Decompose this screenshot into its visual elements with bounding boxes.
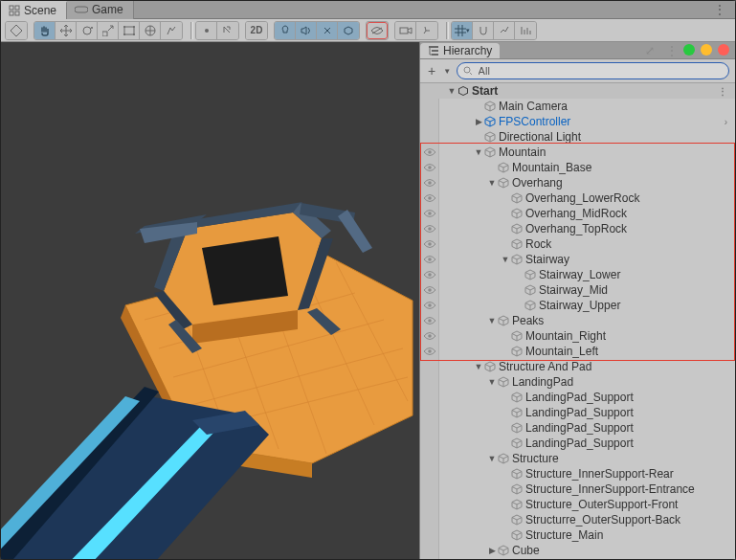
foldout-icon[interactable] [501,390,510,405]
tree-row[interactable]: ▼Peaks [420,313,735,328]
tree-row[interactable]: ▼Structure And Pad [420,359,735,374]
visibility-icon[interactable] [420,512,439,527]
tree-row[interactable]: ▼Overhang [420,175,735,190]
visibility-icon[interactable] [420,190,439,206]
visibility-icon[interactable] [420,527,439,543]
visibility-icon[interactable] [420,374,439,390]
visibility-icon[interactable] [420,145,439,160]
tool-transform[interactable] [140,22,161,39]
foldout-icon[interactable] [501,190,510,206]
foldout-icon[interactable] [501,420,510,436]
foldout-icon[interactable] [514,298,524,313]
tree-row[interactable]: Main Camera [420,99,735,114]
visibility-icon[interactable] [420,466,439,482]
visibility-icon[interactable] [420,313,439,328]
tree-row[interactable]: LandingPad_Support [420,436,735,451]
foldout-icon[interactable] [501,328,510,344]
snap-increment[interactable] [494,22,515,39]
tree-row[interactable]: Overhang_LowerRock [420,190,735,206]
tree-row[interactable]: Stairway_Upper [420,298,735,313]
tree-row[interactable]: Rock [420,236,735,252]
foldout-icon[interactable]: ▼ [487,175,497,190]
foldout-icon[interactable] [501,405,510,420]
visibility-icon[interactable] [420,236,439,252]
tool-rect[interactable] [119,22,140,39]
tab-menu-button[interactable]: ⋮ [704,3,735,16]
tree-row[interactable]: LandingPad_Support [420,420,735,436]
foldout-icon[interactable] [501,527,510,543]
foldout-icon[interactable]: ▼ [487,451,497,466]
foldout-icon[interactable]: ▶ [487,543,497,558]
search-input-wrap[interactable] [457,62,729,79]
window-close-icon[interactable] [718,44,729,56]
tool-hand[interactable] [34,22,56,39]
foldout-icon[interactable] [501,436,510,451]
foldout-icon[interactable] [501,482,510,497]
visibility-icon[interactable] [420,482,439,497]
visibility-icon[interactable] [420,282,439,298]
visibility-icon[interactable] [420,420,439,436]
foldout-icon[interactable]: ▼ [447,83,457,99]
foldout-icon[interactable]: ▼ [487,313,497,328]
tree-row[interactable]: Stairway_Mid [420,282,735,298]
foldout-icon[interactable] [501,466,510,482]
visibility-icon[interactable] [420,344,439,359]
window-max-icon[interactable] [701,44,712,56]
tree-row[interactable]: LandingPad_Support [420,405,735,420]
window-min-icon[interactable] [683,44,695,56]
foldout-icon[interactable] [514,282,524,298]
visibility-icon[interactable] [420,405,439,420]
tab-game[interactable]: Game [67,1,134,19]
visibility-icon[interactable] [420,160,439,175]
tree-row[interactable]: ▼Mountain [420,145,735,160]
tool-custom[interactable] [161,22,182,39]
grid-toggle[interactable]: ▾ [452,22,473,39]
fx-toggle[interactable] [317,22,338,39]
snap-vertex[interactable] [515,22,536,39]
foldout-icon[interactable] [501,236,510,252]
visibility-icon[interactable] [420,436,439,451]
tree-row[interactable]: Overhang_MidRock [420,206,735,221]
visibility-icon[interactable] [420,175,439,190]
foldout-icon[interactable] [487,160,497,175]
snap-toggle[interactable] [473,22,494,39]
foldout-icon[interactable] [474,99,483,114]
create-button[interactable]: + [426,63,437,78]
visibility-icon[interactable] [420,328,439,344]
tree-row[interactable]: Directional Light [420,129,735,145]
skybox-toggle[interactable] [338,22,359,39]
visibility-icon[interactable] [420,114,439,129]
foldout-icon[interactable] [501,497,510,512]
visibility-icon[interactable] [420,390,439,405]
foldout-icon[interactable]: ▼ [474,359,483,374]
tree-row[interactable]: Overhang_TopRock [420,221,735,236]
tree-row[interactable]: Structure_InnerSupport-Rear [420,466,735,482]
local-toggle[interactable] [217,22,238,39]
tool-scale[interactable] [98,22,119,39]
prefab-arrow-icon[interactable]: › [725,117,735,127]
audio-toggle[interactable] [296,22,317,39]
tree-row[interactable]: ▼Structure [420,451,735,466]
visibility-icon[interactable] [420,252,439,267]
tree-row[interactable]: Structure_Main [420,527,735,543]
visibility-icon[interactable] [420,221,439,236]
tree-row[interactable]: Mountain_Base [420,160,735,175]
foldout-icon[interactable] [474,129,483,145]
foldout-icon[interactable]: ▶ [474,114,483,129]
mode-2d-toggle[interactable]: 2D [246,22,267,39]
foldout-icon[interactable] [514,267,524,282]
scene-menu-icon[interactable]: ⋮ [718,86,735,97]
tool-rotate[interactable] [77,22,98,39]
visibility-icon[interactable] [420,129,439,145]
tree-row[interactable]: ▼LandingPad [420,374,735,390]
hierarchy-tree[interactable]: ▼Start⋮Main Camera▶FPSController›Directi… [420,83,735,559]
tree-row[interactable]: Stairway_Lower [420,267,735,282]
hierarchy-tab[interactable]: Hierarchy [420,43,500,58]
tree-row[interactable]: Structure_InnerSupport-Entrance [420,482,735,497]
tree-row[interactable]: Mountain_Left [420,344,735,359]
tab-scene[interactable]: Scene [1,1,67,19]
visibility-icon[interactable] [420,267,439,282]
pivot-toggle[interactable] [196,22,217,39]
tree-row[interactable]: ▼Start⋮ [420,83,735,99]
foldout-icon[interactable]: ▼ [501,252,510,267]
